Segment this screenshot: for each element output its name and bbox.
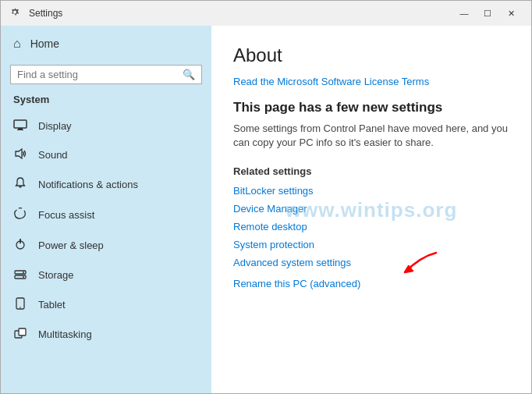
close-button[interactable]: ✕ (500, 5, 522, 21)
title-bar-controls: — ☐ ✕ (453, 5, 522, 21)
sidebar-item-power[interactable]: Power & sleep (1, 230, 211, 261)
system-protection-link[interactable]: System protection (233, 239, 509, 250)
search-icon: 🔍 (183, 69, 195, 80)
focus-icon (13, 208, 27, 222)
page-title: About (233, 44, 509, 66)
settings-icon (10, 7, 23, 20)
sidebar-label-storage: Storage (38, 269, 74, 281)
sidebar: ⌂ Home 🔍 System Display Sound (1, 26, 211, 393)
related-settings-heading: Related settings (233, 165, 509, 177)
sidebar-label-multitasking: Multitasking (38, 328, 92, 340)
settings-window: Settings — ☐ ✕ ⌂ Home 🔍 System Dis (0, 0, 532, 394)
search-box[interactable]: 🔍 (10, 65, 202, 84)
tablet-icon (13, 297, 27, 312)
svg-point-10 (23, 276, 24, 278)
new-settings-heading: This page has a few new settings (233, 100, 509, 115)
sidebar-item-tablet[interactable]: Tablet (1, 289, 211, 320)
sidebar-label-sound: Sound (38, 149, 68, 161)
home-icon: ⌂ (13, 37, 21, 51)
sidebar-item-display[interactable]: Display (1, 112, 211, 140)
svg-marker-15 (405, 266, 413, 272)
sidebar-item-notifications[interactable]: Notifications & actions (1, 169, 211, 200)
sidebar-label-display: Display (38, 120, 72, 132)
advanced-system-link[interactable]: Advanced system settings (233, 257, 351, 268)
multitasking-icon (13, 328, 27, 341)
svg-point-12 (20, 307, 21, 308)
device-manager-link[interactable]: Device Manager (233, 203, 509, 215)
sidebar-label-tablet: Tablet (38, 299, 66, 311)
sidebar-item-focus[interactable]: Focus assist (1, 200, 211, 230)
sidebar-item-storage[interactable]: Storage (1, 261, 211, 289)
sidebar-home-item[interactable]: ⌂ Home (1, 26, 211, 62)
new-settings-desc: Some settings from Control Panel have mo… (233, 122, 509, 150)
svg-rect-14 (19, 328, 26, 335)
svg-marker-4 (16, 149, 22, 158)
display-icon (13, 119, 27, 133)
content-area: ⌂ Home 🔍 System Display Sound (1, 26, 531, 393)
sound-icon (13, 148, 27, 162)
sidebar-label-power: Power & sleep (38, 240, 104, 251)
sidebar-item-sound[interactable]: Sound (1, 140, 211, 169)
title-bar-title: Settings (29, 8, 62, 19)
rename-pc-link[interactable]: Rename this PC (advanced) (233, 278, 509, 289)
bitlocker-link[interactable]: BitLocker settings (233, 185, 509, 197)
sidebar-item-multitasking[interactable]: Multitasking (1, 320, 211, 349)
power-icon (13, 238, 27, 253)
svg-rect-1 (14, 120, 27, 128)
main-panel: www.wintips.org About Read the Microsoft… (211, 26, 531, 393)
svg-rect-3 (17, 130, 23, 130)
svg-point-0 (13, 11, 16, 14)
sidebar-label-notifications: Notifications & actions (38, 179, 138, 190)
system-label: System (1, 91, 211, 112)
title-bar-left: Settings (10, 7, 62, 20)
minimize-button[interactable]: — (453, 5, 475, 21)
sidebar-label-focus: Focus assist (38, 209, 94, 221)
license-link[interactable]: Read the Microsoft Software License Term… (233, 76, 509, 87)
svg-point-9 (23, 272, 24, 273)
title-bar: Settings — ☐ ✕ (1, 1, 531, 26)
search-input[interactable] (17, 69, 178, 80)
notifications-icon (13, 177, 27, 192)
remote-desktop-link[interactable]: Remote desktop (233, 221, 509, 232)
storage-icon (13, 268, 27, 282)
sidebar-home-label: Home (30, 37, 59, 50)
svg-rect-2 (18, 128, 23, 130)
maximize-button[interactable]: ☐ (477, 5, 498, 21)
